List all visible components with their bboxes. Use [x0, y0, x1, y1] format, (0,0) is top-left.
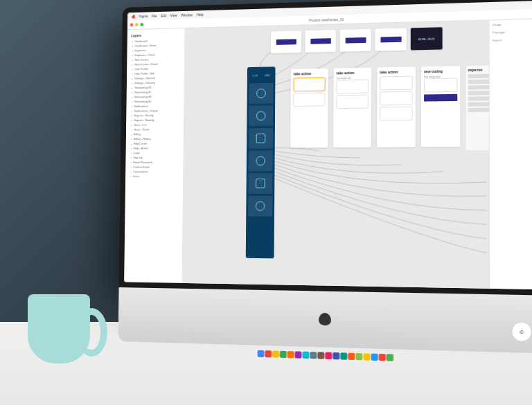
frame-expenses-home[interactable]: take action	[290, 69, 328, 148]
frame-step-1[interactable]	[271, 30, 301, 53]
balance-currency: USD	[265, 73, 270, 77]
coffee-mug	[28, 294, 90, 363]
frame-take-action-hover[interactable]: take action You'll settle with	[333, 68, 371, 147]
mobile-dashboard-frame[interactable]: 1.2K USD	[246, 66, 276, 258]
mobile-header: 1.2K USD	[249, 69, 274, 81]
list-card[interactable]	[380, 107, 413, 121]
frame-step-2[interactable]	[305, 30, 335, 53]
tab-inspect[interactable]: Inspect	[493, 37, 532, 42]
list-card[interactable]	[380, 91, 413, 106]
frame-step-4[interactable]	[375, 28, 406, 51]
balance-value: 1.2K	[252, 73, 258, 77]
frame-title: take action	[380, 70, 412, 75]
list-card[interactable]	[336, 95, 369, 109]
app-name[interactable]: Figma	[139, 14, 148, 18]
list-card[interactable]	[380, 76, 413, 91]
cta-button[interactable]	[276, 39, 296, 45]
mobile-tile[interactable]	[248, 196, 272, 217]
close-icon[interactable]	[130, 23, 134, 26]
screen: 🍎 Figma File Edit View Window Help Produ…	[124, 1, 532, 289]
traffic-lights[interactable]	[130, 23, 143, 26]
detail-frames-row: take action take action You'll settle wi…	[290, 65, 489, 152]
menu-view[interactable]: View	[170, 13, 177, 17]
list-card[interactable]	[336, 80, 369, 94]
monitor-chin: ☺	[118, 287, 532, 354]
stats-label: 01.06 - 26.22	[418, 37, 435, 41]
text-line	[468, 73, 490, 78]
text-line	[468, 91, 490, 96]
square-icon	[256, 134, 266, 143]
frame-notes[interactable]: expense	[466, 65, 490, 150]
frame-new-outing[interactable]: new outing New outing name	[421, 66, 461, 147]
apple-menu-icon[interactable]: 🍎	[132, 15, 136, 19]
inspector-panel[interactable]: Design Prototype Inspect	[489, 19, 532, 290]
cta-button[interactable]	[380, 37, 401, 43]
sticker-icon: ☺	[511, 321, 532, 342]
text-line	[468, 79, 490, 84]
layers-panel[interactable]: Layers DashboardDashboard - HoverExpense…	[124, 28, 185, 283]
onboarding-frames-row: 01.06 - 26.22	[271, 27, 443, 53]
text-line	[468, 96, 490, 101]
menu-edit[interactable]: Edit	[161, 14, 166, 18]
app-body: Layers DashboardDashboard - HoverExpense…	[124, 19, 532, 290]
cta-button[interactable]	[345, 37, 366, 44]
frame-title: take action	[294, 71, 326, 76]
maximize-icon[interactable]	[140, 23, 143, 26]
frame-stats[interactable]: 01.06 - 26.22	[411, 27, 443, 50]
cta-button[interactable]	[310, 38, 331, 44]
text-line	[468, 107, 490, 112]
input-card[interactable]	[424, 78, 457, 93]
tab-design[interactable]: Design	[493, 22, 532, 27]
prototype-wires	[182, 20, 489, 288]
mobile-tile[interactable]	[249, 83, 273, 104]
screen-bezel: 🍎 Figma File Edit View Window Help Produ…	[119, 0, 532, 296]
layer-item[interactable]: Icons	[128, 174, 181, 179]
imac-monitor: 🍎 Figma File Edit View Window Help Produ…	[118, 0, 532, 368]
menu-window[interactable]: Window	[181, 13, 193, 17]
frame-title: take action	[337, 71, 369, 75]
mobile-tile[interactable]	[249, 150, 273, 171]
square-icon	[256, 179, 265, 188]
text-line	[468, 102, 490, 107]
minimize-icon[interactable]	[135, 23, 139, 26]
frame-expenses-detail[interactable]: take action	[377, 66, 416, 147]
mobile-tile[interactable]	[249, 105, 273, 126]
hexagon-icon	[256, 89, 266, 98]
frame-step-3[interactable]	[340, 29, 371, 52]
frame-title: expense	[468, 67, 490, 72]
hexagon-icon	[256, 156, 265, 165]
mobile-tile[interactable]	[249, 128, 273, 149]
design-canvas[interactable]: 01.06 - 26.22 1.2K USD	[182, 20, 489, 288]
hexagon-icon	[256, 201, 265, 211]
highlighted-card[interactable]	[294, 78, 326, 92]
document-title: Product wireframes_01	[309, 17, 344, 22]
menu-help[interactable]: Help	[197, 12, 204, 17]
mobile-tile[interactable]	[248, 173, 272, 194]
submit-button[interactable]	[424, 94, 457, 102]
hexagon-icon	[256, 111, 266, 120]
frame-title: new outing	[424, 69, 457, 73]
text-line	[468, 84, 490, 89]
list-card[interactable]	[293, 93, 325, 107]
apple-logo-icon	[319, 313, 331, 326]
tab-prototype[interactable]: Prototype	[493, 30, 532, 35]
menu-file[interactable]: File	[152, 14, 157, 18]
